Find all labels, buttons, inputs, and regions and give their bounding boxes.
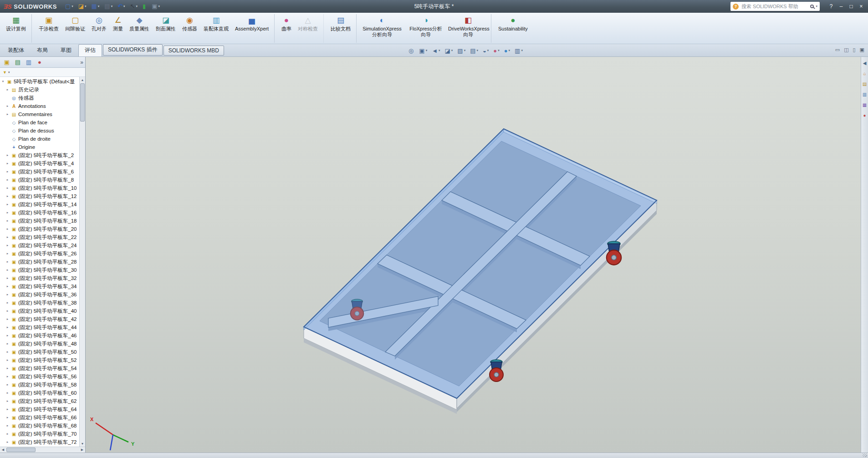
filter-dropdown-icon[interactable]: ▾ [8, 71, 10, 74]
pane-toggle-icon-2[interactable]: ◫ [844, 47, 848, 53]
tree-item-component[interactable]: ▸ ▣ (固定) 5吨手动平板车_24 [0, 241, 79, 249]
scroll-up-icon[interactable]: ▲ [80, 77, 85, 83]
help-search-box[interactable]: ? ▾ [730, 2, 820, 11]
propertymanager-tab[interactable]: ▤ [13, 59, 23, 66]
tree-expander-icon[interactable]: ▸ [5, 416, 10, 419]
tree-item[interactable]: ▸ ▤ 历史记录 [0, 86, 79, 94]
dropdown-arrow-icon[interactable]: ▾ [509, 49, 511, 52]
zoom-area-button[interactable]: ▣ ▾ [417, 46, 429, 56]
tree-item-component[interactable]: ▸ ▣ (固定) 5吨手动平板车_62 [0, 397, 79, 405]
assembly-visualization-button[interactable]: ▥ 装配体直观 [200, 14, 232, 43]
tree-item-component[interactable]: ▸ ▣ (固定) 5吨手动平板车_58 [0, 381, 79, 389]
measure-button[interactable]: ∠ 测量 [110, 14, 126, 43]
filter-funnel-icon[interactable]: ▼ [3, 70, 7, 75]
file-explorer-icon[interactable]: ▥ [861, 92, 868, 97]
tree-expander-icon[interactable]: ▸ [5, 170, 10, 173]
tree-item-component[interactable]: ▸ ▣ (固定) 5吨手动平板车_2 [0, 151, 79, 159]
tree-item-component[interactable]: ▸ ▣ (固定) 5吨手动平板车_4 [0, 159, 79, 168]
tree-expander-icon[interactable]: ▸ [5, 203, 10, 206]
tree-item-component[interactable]: ▸ ▣ (固定) 5吨手动平板车_52 [0, 356, 79, 364]
floxpress-button[interactable]: ◑ FloXpress分析向导 [404, 14, 448, 43]
tree-expander-icon[interactable]: ▸ [5, 194, 10, 198]
tree-item-component[interactable]: ▸ ▣ (固定) 5吨手动平板车_22 [0, 233, 79, 241]
caster-bottom[interactable] [490, 360, 503, 382]
tree-expander-icon[interactable]: ▸ [5, 326, 10, 329]
scrollbar-thumb[interactable] [6, 448, 36, 452]
dropdown-arrow-icon[interactable]: ▾ [158, 5, 160, 8]
view-orientation-button[interactable]: ▧ ▾ [455, 46, 467, 56]
tree-item-component[interactable]: ▸ ▣ (固定) 5吨手动平板车_28 [0, 258, 79, 266]
tree-expander-icon[interactable]: ▸ [5, 383, 10, 387]
displaymanager-tab[interactable]: ● [35, 59, 45, 66]
search-dropdown-icon[interactable]: ▾ [816, 5, 817, 8]
tree-item-component[interactable]: ▸ ▣ (固定) 5吨手动平板车_34 [0, 282, 79, 290]
help-button[interactable]: ? [826, 2, 836, 11]
undo-button[interactable]: ↶ ▾ [116, 1, 127, 11]
tab-assembly[interactable]: 装配体 [2, 45, 30, 56]
section-properties-button[interactable]: ◪ 剖面属性 [153, 14, 179, 43]
tree-item[interactable]: ▾ ▣ 5吨手动平板车 (Défaut<显 [0, 77, 79, 86]
tab-solidworks-mbd[interactable]: SOLIDWORKS MBD [163, 46, 224, 56]
maximize-button[interactable]: □ [846, 2, 856, 11]
tree-item-component[interactable]: ▸ ▣ (固定) 5吨手动平板车_8 [0, 176, 79, 184]
previous-view-button[interactable]: ◄ ▾ [430, 46, 442, 56]
save-button[interactable]: ▦ ▾ [90, 1, 102, 11]
tree-expander-icon[interactable]: ▸ [5, 227, 10, 231]
tree-expander-icon[interactable]: ▸ [5, 153, 10, 157]
search-input[interactable] [740, 3, 808, 10]
hide-show-items-button[interactable]: ◒ ▾ [481, 46, 490, 56]
dropdown-arrow-icon[interactable]: ▾ [123, 5, 125, 8]
dropdown-arrow-icon[interactable]: ▾ [136, 5, 138, 8]
tree-item-component[interactable]: ▸ ▣ (固定) 5吨手动平板车_50 [0, 348, 79, 356]
tree-item-component[interactable]: ▸ ▣ (固定) 5吨手动平板车_18 [0, 217, 79, 225]
scroll-left-icon[interactable]: ◀ [0, 447, 6, 453]
tree-item-component[interactable]: ▸ ▣ (固定) 5吨手动平板车_16 [0, 209, 79, 217]
interference-check-button[interactable]: ▣ 干涉检查 [36, 14, 62, 43]
section-view-button[interactable]: ◪ ▾ [443, 46, 455, 56]
tree-item-component[interactable]: ▸ ▣ (固定) 5吨手动平板车_12 [0, 192, 79, 200]
featuremanager-tab[interactable]: ▣ [2, 59, 12, 66]
display-style-button[interactable]: ▤ ▾ [468, 46, 480, 56]
mass-properties-button[interactable]: ◆ 质量属性 [126, 14, 153, 43]
tree-expander-icon[interactable]: ▸ [5, 342, 10, 346]
dropdown-arrow-icon[interactable]: ▾ [111, 5, 113, 8]
view-palette-icon[interactable]: ▦ [861, 102, 868, 107]
tree-expander-icon[interactable]: ▸ [5, 104, 10, 108]
close-button[interactable]: × [856, 2, 866, 11]
tree-expander-icon[interactable]: ▸ [5, 309, 10, 313]
dropdown-arrow-icon[interactable]: ▾ [451, 49, 453, 52]
dropdown-arrow-icon[interactable]: ▾ [464, 49, 466, 52]
pane-toggle-icon-3[interactable]: ▯ [853, 47, 856, 53]
tree-item-component[interactable]: ▸ ▣ (固定) 5吨手动平板车_20 [0, 225, 79, 233]
dropdown-arrow-icon[interactable]: ▾ [439, 49, 440, 52]
tree-item-component[interactable]: ▸ ▣ (固定) 5吨手动平板车_42 [0, 315, 79, 323]
dropdown-arrow-icon[interactable]: ▾ [426, 49, 428, 52]
appearances-icon[interactable]: ● [861, 113, 868, 118]
edit-appearance-button[interactable]: ● ▾ [491, 46, 501, 56]
tree-item[interactable]: ◇ Plan de droite [0, 135, 79, 143]
tree-expander-icon[interactable]: ▸ [5, 268, 10, 272]
minimize-button[interactable]: – [836, 2, 846, 11]
tree-expander-icon[interactable]: ▸ [5, 407, 10, 411]
tree-expander-icon[interactable]: ▸ [5, 301, 10, 305]
tree-item[interactable]: ▸ ▤ Commentaires [0, 110, 79, 118]
tree-item-component[interactable]: ▸ ▣ (固定) 5吨手动平板车_14 [0, 200, 79, 209]
simulationxpress-button[interactable]: ◐ SimulationXpress分析向导 [360, 14, 404, 43]
tab-layout[interactable]: 布局 [31, 45, 54, 56]
tree-item[interactable]: ▸ A Annotations [0, 102, 79, 110]
tree-expander-icon[interactable]: ▸ [5, 219, 10, 223]
dropdown-arrow-icon[interactable]: ▾ [476, 49, 478, 52]
pane-toggle-icon-4[interactable]: ▣ [860, 47, 864, 53]
tree-item-component[interactable]: ▸ ▣ (固定) 5吨手动平板车_68 [0, 422, 79, 430]
tree-item-component[interactable]: ▸ ▣ (固定) 5吨手动平板车_48 [0, 340, 79, 348]
tree-item[interactable]: ◇ Plan de dessus [0, 127, 79, 135]
design-study-button[interactable]: ▦ 设计算例 [3, 14, 32, 43]
search-icon[interactable] [810, 5, 814, 8]
tree-item-component[interactable]: ▸ ▣ (固定) 5吨手动平板车_66 [0, 413, 79, 422]
tree-item-component[interactable]: ▸ ▣ (固定) 5吨手动平板车_46 [0, 331, 79, 340]
tree-expander-icon[interactable]: ▸ [5, 375, 10, 378]
tree-item-component[interactable]: ▸ ▣ (固定) 5吨手动平板车_54 [0, 364, 79, 372]
dropdown-arrow-icon[interactable]: ▾ [487, 49, 489, 52]
print-button[interactable]: ▤ ▾ [102, 1, 114, 11]
tree-item-component[interactable]: ▸ ▣ (固定) 5吨手动平板车_64 [0, 405, 79, 413]
